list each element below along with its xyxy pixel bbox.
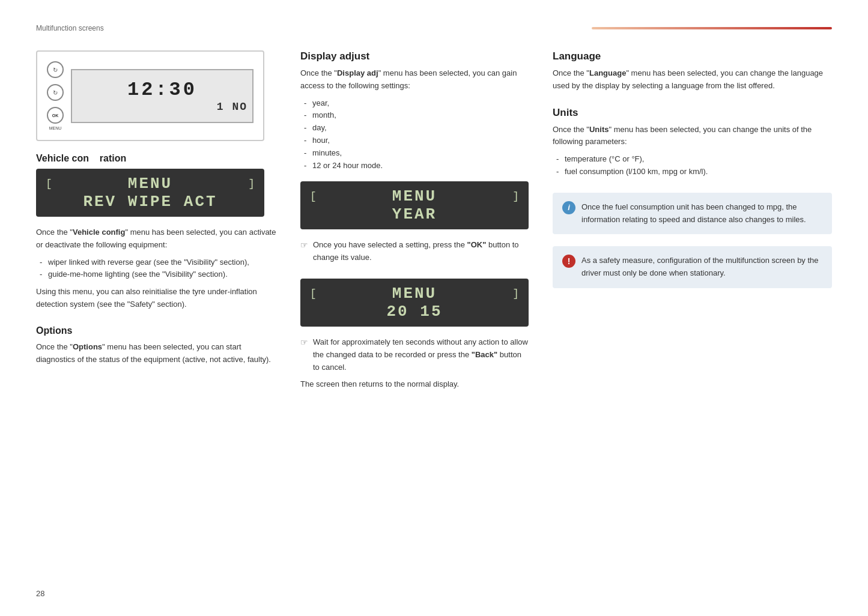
note-ok-button: ☞ Once you have selected a setting, pres… (300, 239, 529, 264)
middle-column: Display adjust Once the "Display adj" me… (300, 50, 529, 397)
units-heading: Units (553, 107, 832, 119)
bullet-guide: guide-me-home lighting (see the "Visibil… (36, 268, 276, 281)
lcd-2015-menu: MENU (317, 285, 512, 303)
panel-no-text: 1 NO (217, 101, 247, 113)
info-box: i Once the fuel consumption unit has bee… (553, 193, 832, 235)
menu-label: MENU (49, 126, 62, 130)
options-heading: Options (36, 325, 276, 336)
bullet-fuel: fuel consumption (l/100 km, mpg or km/l)… (553, 166, 832, 178)
bullet-hour-mode: 12 or 24 hour mode. (300, 160, 529, 172)
panel-time-display: 12:30 (127, 79, 197, 101)
options-bold: Options (73, 342, 102, 351)
lcd-row-1: [ MENU ] (46, 175, 255, 193)
note-symbol-1: ☞ (300, 240, 308, 250)
lcd-2015-value: 20 15 (310, 303, 519, 321)
panel-button-mid: ↻ (47, 84, 64, 101)
warning-box: ! As a safety measure, configuration of … (553, 246, 832, 288)
vehicle-config-heading: Vehicle con ration (36, 153, 276, 164)
lcd-row-2: REV WIPE ACT (46, 193, 255, 211)
note-wait: ☞ Wait for approximately ten seconds wit… (300, 336, 529, 373)
lcd-year-bracket-left: [ (310, 190, 317, 202)
vehicle-config-bold: Vehicle config (73, 228, 125, 237)
language-heading: Language (553, 50, 832, 62)
panel-bottom-row: 1 NO (72, 101, 252, 113)
lcd-rev-wipe-act: REV WIPE ACT (46, 193, 255, 211)
display-adjust-heading: Display adjust (300, 50, 529, 62)
top-bar: Multifunction screens (36, 24, 832, 32)
lcd-2015: [ MENU ] 20 15 (300, 279, 529, 327)
bullet-day: day, (300, 122, 529, 134)
right-column: Language Once the "Language" menu has be… (553, 50, 832, 300)
language-body: Once the "Language" menu has been select… (553, 67, 832, 92)
lcd-vehicle-config: [ MENU ] REV WIPE ACT (36, 169, 264, 217)
lcd-bracket-left: [ (46, 178, 52, 190)
lcd-year-row2: YEAR (310, 205, 519, 223)
note-text-1: Once you have selected a setting, press … (313, 239, 529, 264)
lcd-2015-bracket-left: [ (310, 288, 317, 300)
main-layout: ↻ ↻ OK MENU (36, 50, 832, 397)
bullet-month: month, (300, 109, 529, 122)
warning-box-text: As a safety measure, configuration of th… (581, 255, 822, 280)
lcd-2015-row2: 20 15 (310, 303, 519, 321)
lcd-menu-text: MENU (52, 175, 248, 193)
lcd-2015-row1: [ MENU ] (310, 285, 519, 303)
vehicle-config-bullets: wiper linked with reverse gear (see the … (36, 256, 276, 282)
panel-button-ok: OK (47, 107, 64, 124)
panel-screen: 12:30 1 NO (71, 69, 253, 123)
bullet-hour: hour, (300, 134, 529, 147)
vehicle-config-footer: Using this menu, you can also reinitiali… (36, 286, 276, 311)
note-text-2: Wait for approximately ten seconds witho… (313, 336, 529, 373)
panel-button-top: ↻ (47, 61, 64, 78)
back-bold: "Back" (472, 350, 497, 359)
ok-bold: "OK" (467, 240, 487, 249)
left-column: ↻ ↻ OK MENU (36, 50, 276, 372)
page-section-title: Multifunction screens (36, 24, 104, 32)
lcd-year-bracket-right: ] (512, 190, 519, 202)
bullet-temperature: temperature (°C or °F), (553, 153, 832, 166)
display-adjust-body: Once the "Display adj" menu has been sel… (300, 67, 529, 92)
lcd-year: [ MENU ] YEAR (300, 181, 529, 229)
top-bar-decoration (592, 27, 832, 29)
lcd-2015-bracket-right: ] (512, 288, 519, 300)
bullet-year: year, (300, 97, 529, 110)
lcd-year-row1: [ MENU ] (310, 187, 519, 205)
units-body: Once the "Units" menu has been selected,… (553, 124, 832, 149)
screen-returns-text: The screen then returns to the normal di… (300, 378, 529, 391)
lcd-bracket-right: ] (248, 178, 255, 190)
page: Multifunction screens ↻ ↻ (0, 0, 868, 616)
note-symbol-2: ☞ (300, 337, 308, 347)
display-adj-bold: Display adj (337, 68, 378, 77)
lcd-year-menu: MENU (317, 187, 512, 205)
language-bold: Language (589, 68, 626, 77)
display-adjust-bullets: year, month, day, hour, minutes, 12 or 2… (300, 97, 529, 172)
bullet-wiper: wiper linked with reverse gear (see the … (36, 256, 276, 269)
units-bullets: temperature (°C or °F), fuel consumption… (553, 153, 832, 178)
panel-button-group: ↻ ↻ OK MENU (47, 61, 64, 130)
lcd-year-value: YEAR (310, 205, 519, 223)
page-number: 28 (36, 589, 44, 598)
bullet-minutes: minutes, (300, 147, 529, 160)
options-body: Once the "Options" menu has been selecte… (36, 341, 276, 366)
info-box-text: Once the fuel consumption unit has been … (581, 201, 822, 226)
info-icon: i (562, 201, 575, 214)
warning-icon: ! (562, 255, 575, 268)
display-panel: ↻ ↻ OK MENU (36, 50, 264, 141)
vehicle-config-body: Once the "Vehicle config" menu has been … (36, 226, 276, 252)
units-bold: Units (589, 125, 609, 134)
